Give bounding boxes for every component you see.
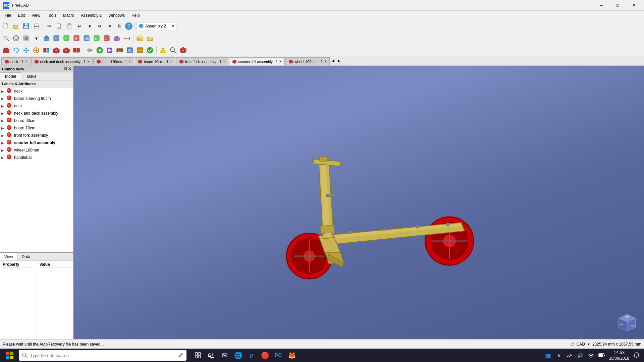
tree-item-neck[interactable]: ▶ neck: [0, 102, 73, 110]
asm-explode-btn[interactable]: [72, 46, 81, 55]
view-iso-btn[interactable]: [112, 34, 121, 43]
tab-neck-deck[interactable]: neck and deck assembly : 1 ✕: [31, 57, 93, 65]
refresh-button[interactable]: ↻: [115, 21, 124, 31]
view-top-btn[interactable]: T: [62, 34, 71, 43]
task-view-btn[interactable]: [192, 349, 204, 361]
menu-assembly2[interactable]: Assembly 2: [77, 12, 105, 19]
save-button[interactable]: [21, 21, 31, 31]
prop-tab-data[interactable]: Data: [17, 253, 35, 260]
copy-button[interactable]: [55, 21, 64, 31]
undo-dropdown[interactable]: ▾: [85, 21, 94, 31]
tab-scroll-left[interactable]: ◀: [330, 56, 336, 65]
redo-dropdown[interactable]: ▾: [105, 21, 114, 31]
asm-insert-btn[interactable]: [1, 46, 11, 55]
asm-flip-btn[interactable]: ↔: [42, 46, 51, 55]
tree-item-deck[interactable]: ▶ deck: [0, 87, 73, 95]
asm-solve-btn[interactable]: S: [62, 46, 71, 55]
asm-refresh-btn[interactable]: [11, 46, 21, 55]
tab-wheel-close[interactable]: ✕: [324, 60, 327, 63]
volume-icon[interactable]: 🔊: [576, 351, 585, 360]
taskbar-freecad[interactable]: FC: [272, 349, 284, 361]
tree-item-scooter[interactable]: ▶ scooter full assembly: [0, 139, 73, 146]
paste-button[interactable]: [65, 21, 74, 31]
draw-style-btn[interactable]: [21, 34, 31, 43]
part-box-btn[interactable]: [135, 34, 145, 43]
menu-view[interactable]: View: [28, 12, 44, 19]
close-button[interactable]: ✕: [626, 0, 641, 11]
minimize-button[interactable]: ─: [594, 0, 609, 11]
taskbar-app-store[interactable]: 🛍: [205, 349, 217, 361]
start-button[interactable]: [3, 349, 16, 362]
view-right-btn[interactable]: R: [72, 34, 81, 43]
panel-tab-model[interactable]: Model: [0, 72, 21, 80]
asm-constraint-btn[interactable]: [32, 46, 41, 55]
tab-board10[interactable]: board 10cm : 1 ✕: [135, 57, 175, 65]
tab-board90-close[interactable]: ✕: [128, 60, 131, 63]
tab-neck-deck-close[interactable]: ✕: [87, 60, 90, 63]
find-btn[interactable]: [168, 46, 178, 55]
view-bottom-btn[interactable]: Bo: [92, 34, 101, 43]
tab-front-fork-close[interactable]: ✕: [223, 60, 225, 63]
view-left-btn[interactable]: L: [102, 34, 111, 43]
undo-button[interactable]: ↩: [75, 21, 84, 31]
taskbar-mail[interactable]: ✉: [219, 349, 231, 361]
tree-item-board-steering[interactable]: ▶ board steering 90cm: [0, 95, 73, 102]
tree-item-neck-deck[interactable]: ▶ neck and deck assembly: [0, 110, 73, 117]
maximize-button[interactable]: □: [610, 0, 625, 11]
asm-move-btn[interactable]: [21, 46, 31, 55]
assembly-icon-btn[interactable]: A: [178, 46, 188, 55]
3d-viewport[interactable]: Top Front Right: [74, 66, 644, 339]
asm-part-btn[interactable]: P: [52, 46, 61, 55]
open-button[interactable]: [11, 21, 21, 31]
microphone-icon[interactable]: 🎤: [178, 353, 183, 358]
wifi-icon[interactable]: [586, 351, 596, 360]
tab-neck[interactable]: neck : 1 ✕: [1, 57, 31, 65]
view-home-btn[interactable]: [42, 34, 51, 43]
taskbar-extra[interactable]: 🦊: [286, 349, 298, 361]
panel-tab-tasks[interactable]: Tasks: [21, 72, 42, 80]
zoom-fit-btn[interactable]: [11, 34, 21, 43]
zoom-in-btn[interactable]: 🔍: [1, 34, 11, 43]
tab-board90[interactable]: board 90cm : 1 ✕: [93, 57, 134, 65]
check-btn[interactable]: [145, 46, 155, 55]
taskbar-chrome[interactable]: 🔴: [259, 349, 271, 361]
people-icon[interactable]: 👥: [543, 351, 553, 360]
tree-item-board10[interactable]: ▶ board 10cm: [0, 124, 73, 132]
open-folder-btn[interactable]: [145, 34, 155, 43]
taskbar-search-box[interactable]: 🎤: [19, 350, 186, 361]
back-btn[interactable]: [85, 46, 94, 55]
print-button[interactable]: [32, 21, 41, 31]
clock[interactable]: 14:53 18/09/2018: [609, 350, 629, 361]
network-icon[interactable]: [565, 351, 574, 360]
animate-btn[interactable]: [105, 46, 114, 55]
tree-item-front-fork[interactable]: ▶ front fork assembly: [0, 132, 73, 139]
tab-scooter[interactable]: scooter full assembly : 1 ✕: [229, 57, 285, 65]
tab-scroll-right[interactable]: ▶: [336, 56, 342, 65]
search-input[interactable]: [30, 353, 175, 358]
view-back-btn[interactable]: Ba: [82, 34, 91, 43]
max-btn[interactable]: MAX: [115, 46, 124, 55]
menu-tools[interactable]: Tools: [44, 12, 60, 19]
tab-board10-close[interactable]: ✕: [170, 60, 172, 63]
redo-button[interactable]: ↪: [95, 21, 104, 31]
view-front-btn[interactable]: F: [52, 34, 61, 43]
menu-windows[interactable]: Windows: [105, 12, 128, 19]
menu-macro[interactable]: Macro: [60, 12, 77, 19]
menu-file[interactable]: File: [1, 12, 14, 19]
new-button[interactable]: [1, 21, 11, 31]
play-btn[interactable]: [95, 46, 104, 55]
taskbar-edge[interactable]: ℯ: [246, 349, 258, 361]
warning-btn[interactable]: !: [158, 46, 168, 55]
menu-help[interactable]: Help: [128, 12, 143, 19]
combo-close-btn[interactable]: ✕: [68, 67, 71, 71]
menu-edit[interactable]: Edit: [14, 12, 28, 19]
notification-icon[interactable]: [632, 351, 641, 360]
help-button[interactable]: ?: [125, 22, 132, 30]
tab-front-fork[interactable]: front fork assembly : 1 ✕: [176, 57, 228, 65]
prop-tab-view[interactable]: View: [0, 253, 17, 260]
battery-icon[interactable]: [597, 351, 606, 360]
taskbar-browser[interactable]: 🌐: [232, 349, 244, 361]
orientation-cube[interactable]: Top Front Right: [617, 312, 637, 333]
tab-neck-close[interactable]: ✕: [25, 60, 28, 63]
partslist-btn[interactable]: Parts List: [135, 46, 145, 55]
